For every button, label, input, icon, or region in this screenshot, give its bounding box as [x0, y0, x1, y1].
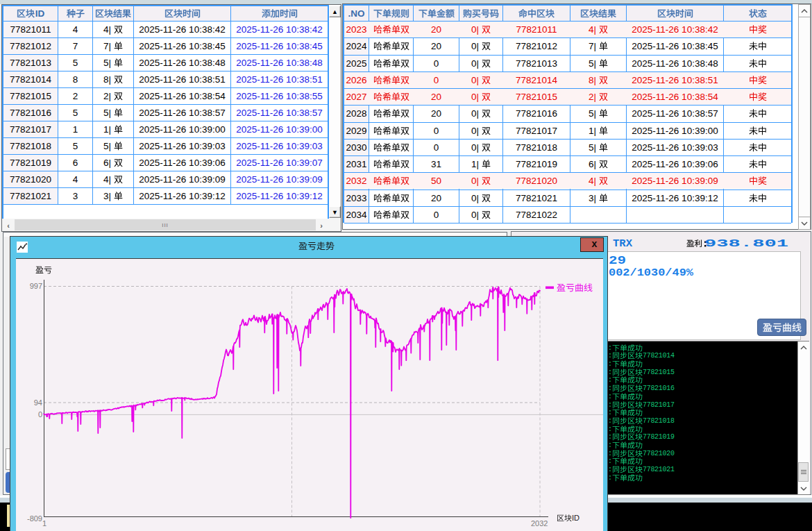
svg-text:938.801: 938.801: [704, 238, 789, 247]
svg-text:TRX: TRX: [613, 238, 633, 247]
svg-text:002/1030/49%: 002/1030/49%: [609, 267, 693, 277]
svg-text:29: 29: [609, 254, 626, 265]
